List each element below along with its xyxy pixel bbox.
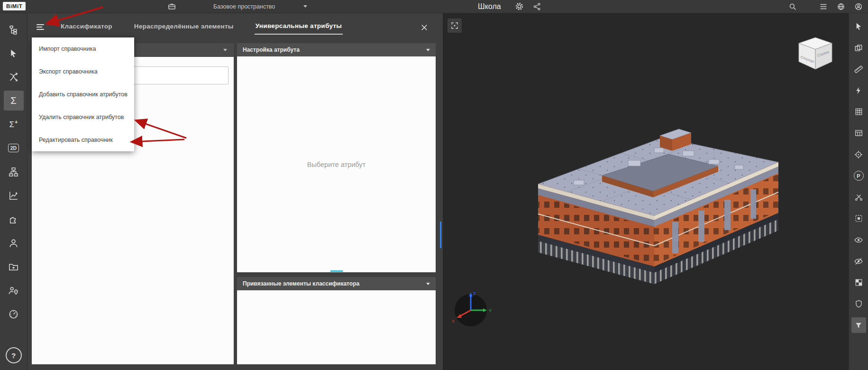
table-tool[interactable] xyxy=(849,122,868,144)
axis-z-label: Z xyxy=(473,291,476,296)
filter-tool[interactable] xyxy=(849,314,868,336)
hide-elements-tool[interactable] xyxy=(849,250,868,272)
focus-frame-icon xyxy=(450,21,459,30)
dependencies-icon xyxy=(8,72,19,83)
select-cursor-icon xyxy=(9,48,18,58)
windows-layout-icon xyxy=(854,43,863,53)
school-building-model xyxy=(512,104,796,294)
gauge-icon xyxy=(8,309,19,320)
clip-box-tool[interactable] xyxy=(849,208,868,229)
line-chart-icon xyxy=(8,190,19,201)
sigma-icon: Σ xyxy=(10,95,16,106)
classifier-panel: Классификатор Нераспределённые элементы … xyxy=(27,13,443,370)
panel-scrollbar-thumb[interactable] xyxy=(440,222,441,248)
panel-close-button[interactable] xyxy=(419,22,429,33)
view-cube[interactable]: Спереди Справа xyxy=(795,36,835,75)
dependencies-tool-button[interactable] xyxy=(0,65,27,89)
lightning-icon xyxy=(854,86,863,95)
user-pin-icon xyxy=(8,285,19,296)
hamburger-icon xyxy=(35,22,46,32)
menu-item-edit-dictionary[interactable]: Редактировать справочник xyxy=(32,129,134,151)
panel-menu-button[interactable] xyxy=(35,22,46,32)
show-elements-tool[interactable] xyxy=(849,229,868,250)
axis-gizmo[interactable]: Z Y X xyxy=(448,287,495,332)
2d-view-tool-button[interactable]: 2D xyxy=(0,136,27,160)
shared-folder-tool-button[interactable] xyxy=(0,255,27,278)
menu-item-add-attribute-dictionary[interactable]: Добавить справочник атрибутов xyxy=(32,83,134,106)
briefcase-icon[interactable] xyxy=(167,1,177,11)
tab-classifier[interactable]: Классификатор xyxy=(60,20,113,34)
user-icon xyxy=(8,238,19,249)
workspace-selector[interactable]: Базовое пространство xyxy=(213,0,307,13)
project-title: Школа xyxy=(478,0,501,13)
attributes-add-tool-button[interactable]: Σ+ xyxy=(0,112,27,136)
settings-gear-icon[interactable] xyxy=(514,1,524,11)
menu-item-export-dictionary[interactable]: Экспорт справочника xyxy=(32,60,134,83)
materials-icon xyxy=(854,278,863,287)
topbar-right-icons xyxy=(787,0,863,13)
linked-elements-header[interactable]: Привязанные элементы классификатора xyxy=(237,277,436,290)
tab-universal-attributes[interactable]: Универсальные атрибуты xyxy=(255,19,343,35)
attribute-settings-panel: Настройка атрибута Выберите атрибут Прив… xyxy=(237,43,436,364)
dictionary-context-menu: Импорт справочника Экспорт справочника Д… xyxy=(32,37,134,151)
eye-icon xyxy=(854,235,863,245)
axis-x-label: X xyxy=(452,319,455,324)
attribute-settings-title: Настройка атрибута xyxy=(243,46,300,53)
plugins-tool-button[interactable] xyxy=(0,207,27,231)
focus-model-button[interactable] xyxy=(448,18,462,33)
parking-tool[interactable]: P xyxy=(849,165,868,186)
materials-tool[interactable] xyxy=(849,272,868,293)
share-icon[interactable] xyxy=(532,1,542,11)
menu-item-import-dictionary[interactable]: Импорт справочника xyxy=(32,37,134,60)
systems-tool[interactable] xyxy=(849,80,868,101)
3d-viewport[interactable]: Спереди Справа Z Y X xyxy=(443,13,849,370)
shield-icon xyxy=(854,299,863,308)
menu-item-delete-attribute-dictionary[interactable]: Удалить справочник атрибутов xyxy=(32,106,134,129)
grid-icon xyxy=(854,107,863,116)
chevron-down-icon xyxy=(426,49,430,51)
linked-elements-title: Привязанные элементы классификатора xyxy=(243,280,359,287)
select-attribute-hint: Выберите атрибут xyxy=(237,56,436,272)
users-tool-button[interactable] xyxy=(0,231,27,255)
model-tree-icon xyxy=(8,24,19,35)
measure-tool[interactable] xyxy=(849,58,868,80)
chevron-down-icon xyxy=(303,5,307,8)
search-icon[interactable] xyxy=(787,1,797,11)
protection-tool[interactable] xyxy=(849,293,868,314)
workspace-label: Базовое пространство xyxy=(213,3,275,10)
grid-tool[interactable] xyxy=(849,101,868,122)
folder-share-icon xyxy=(8,261,19,272)
right-toolbar: P xyxy=(849,13,868,370)
clip-box-icon xyxy=(854,214,863,223)
select-tool-button[interactable] xyxy=(0,41,27,65)
left-toolbar: Σ Σ+ 2D xyxy=(0,13,27,370)
table-grid-icon xyxy=(854,129,863,138)
panel-resize-handle[interactable] xyxy=(330,270,343,272)
panel-tab-bar: Классификатор Нераспределённые элементы … xyxy=(27,13,443,41)
section-cut-tool[interactable] xyxy=(849,186,868,208)
windows-layout-tool[interactable] xyxy=(849,37,868,58)
close-icon xyxy=(420,23,429,32)
puzzle-icon xyxy=(8,214,19,225)
user-location-tool-button[interactable] xyxy=(0,278,27,302)
bimit-app: BiMiT Базовое пространство Школа xyxy=(0,0,868,370)
2d-icon: 2D xyxy=(8,144,19,152)
menu-list-icon[interactable] xyxy=(818,1,828,11)
top-bar: BiMiT Базовое пространство Школа xyxy=(0,0,868,13)
tab-unallocated-elements[interactable]: Нераспределённые элементы xyxy=(133,20,235,34)
structure-tool-button[interactable] xyxy=(0,160,27,184)
help-button[interactable]: ? xyxy=(6,347,22,363)
account-icon[interactable] xyxy=(853,1,863,11)
attribute-settings-header[interactable]: Настройка атрибута xyxy=(237,43,436,56)
viewport-cursor-tool[interactable] xyxy=(849,16,868,37)
attributes-tool-button[interactable]: Σ xyxy=(0,89,27,112)
model-tree-tool-button[interactable] xyxy=(0,18,27,41)
eye-off-icon xyxy=(854,257,863,266)
chevron-down-icon xyxy=(426,283,430,285)
linked-elements-body xyxy=(237,290,436,364)
charts-tool-button[interactable] xyxy=(0,184,27,207)
focus-target-tool[interactable] xyxy=(849,144,868,165)
dashboard-tool-button[interactable] xyxy=(0,302,27,326)
globe-icon[interactable] xyxy=(836,1,846,11)
filter-icon xyxy=(854,321,863,330)
